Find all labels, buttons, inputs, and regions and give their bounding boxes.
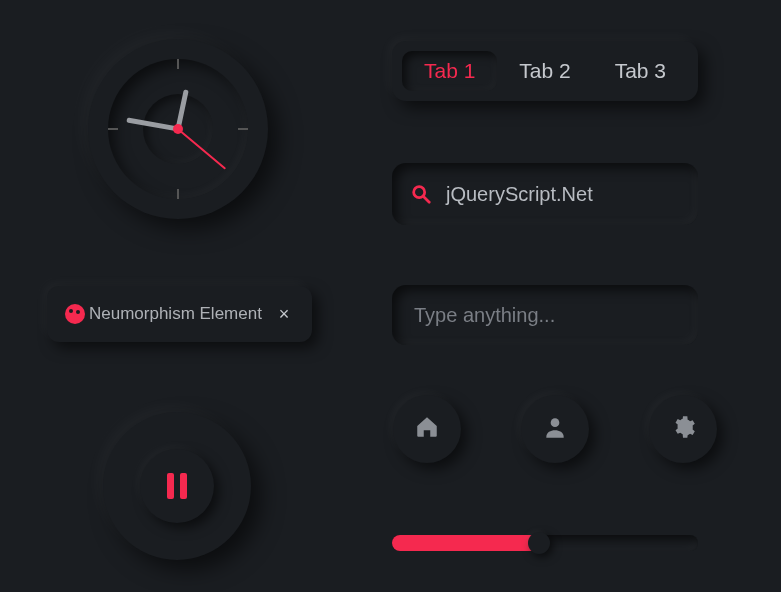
icon-button-row [393, 395, 717, 463]
tab-3[interactable]: Tab 3 [593, 51, 688, 91]
home-icon [414, 414, 440, 444]
user-icon [542, 414, 568, 444]
playback-dial [103, 412, 251, 560]
text-input-placeholder: Type anything... [414, 304, 555, 327]
search-icon [410, 183, 432, 205]
slider-track[interactable] [392, 535, 698, 551]
tab-bar: Tab 1 Tab 2 Tab 3 [392, 41, 698, 101]
home-button[interactable] [393, 395, 461, 463]
tab-1[interactable]: Tab 1 [402, 51, 497, 91]
tab-2[interactable]: Tab 2 [497, 51, 592, 91]
clock [88, 39, 268, 219]
search-value: jQueryScript.Net [446, 183, 593, 206]
clock-face [108, 59, 248, 199]
slider-fill [392, 535, 539, 551]
tag-label: Neumorphism Element [89, 304, 274, 324]
search-input[interactable]: jQueryScript.Net [392, 163, 698, 225]
clock-center-dot [173, 124, 183, 134]
user-button[interactable] [521, 395, 589, 463]
palette-icon [65, 304, 85, 324]
pause-button[interactable] [140, 449, 214, 523]
text-input[interactable]: Type anything... [392, 285, 698, 345]
svg-point-2 [551, 418, 560, 427]
gear-icon [670, 414, 696, 444]
pause-icon [167, 473, 187, 499]
tag-chip: Neumorphism Element × [47, 286, 312, 342]
close-icon[interactable]: × [274, 304, 294, 324]
svg-line-1 [424, 197, 430, 203]
settings-button[interactable] [649, 395, 717, 463]
slider-thumb[interactable] [528, 532, 550, 554]
